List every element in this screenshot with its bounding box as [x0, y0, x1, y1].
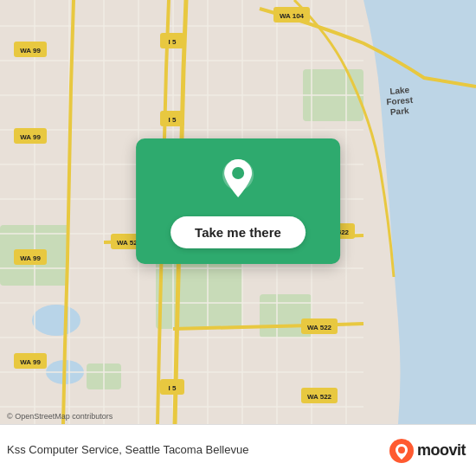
green-card: Take me there [136, 138, 340, 264]
svg-text:WA 99: WA 99 [20, 47, 41, 55]
svg-point-1 [32, 305, 80, 336]
map-container: WA 99 WA 99 WA 99 WA 99 I 5 I 5 I 5 WA 1… [0, 0, 476, 424]
svg-text:WA 104: WA 104 [280, 12, 305, 20]
svg-text:I 5: I 5 [169, 384, 177, 392]
svg-text:I 5: I 5 [169, 116, 177, 124]
svg-text:I 5: I 5 [169, 38, 177, 46]
take-me-there-button[interactable]: Take me there [170, 216, 306, 248]
button-overlay: Take me there [136, 138, 340, 264]
svg-text:Lake: Lake [389, 85, 410, 96]
location-label: Kss Computer Service, Seattle Tacoma Bel… [7, 443, 389, 458]
svg-text:WA 99: WA 99 [20, 254, 41, 262]
svg-text:Park: Park [389, 106, 409, 117]
svg-rect-4 [156, 260, 242, 329]
bottom-bar: Kss Computer Service, Seattle Tacoma Bel… [0, 424, 476, 476]
svg-point-62 [398, 447, 405, 453]
svg-text:WA 99: WA 99 [20, 133, 41, 141]
moovit-logo: moovit [389, 439, 466, 463]
moovit-text: moovit [417, 441, 466, 460]
moovit-icon [389, 439, 414, 463]
svg-text:WA 522: WA 522 [307, 324, 332, 331]
svg-text:WA 522: WA 522 [307, 393, 332, 401]
osm-credit: © OpenStreetMap contributors [7, 412, 113, 421]
svg-point-60 [232, 167, 244, 179]
svg-text:WA 99: WA 99 [20, 358, 41, 366]
location-pin-icon [219, 158, 257, 206]
